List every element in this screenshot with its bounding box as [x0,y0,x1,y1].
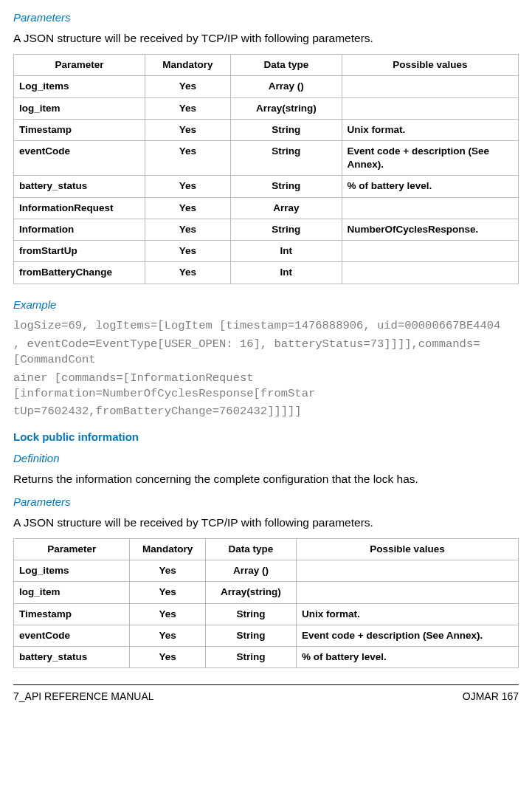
example-line: tUp=7602432,fromBatteryChange=7602432]]]… [13,404,519,419]
cell-param: Timestamp [14,119,145,140]
table-row: eventCodeYesStringEvent code + descripti… [14,625,519,646]
th-mandatory: Mandatory [145,55,230,76]
cell-possible: Event code + description (See Annex). [297,625,519,646]
cell-mandatory: Yes [130,560,206,582]
th-parameter: Parameter [14,538,130,560]
table-header-row: Parameter Mandatory Data type Possible v… [14,55,519,76]
cell-mandatory: Yes [145,76,230,97]
definition-heading: Definition [13,451,519,466]
cell-param: log_item [14,582,130,603]
cell-datatype: Int [231,241,342,262]
example-line: ainer [commands=[InformationRequest [inf… [13,371,519,402]
cell-mandatory: Yes [145,197,230,219]
page-footer: 7_API REFERENCE MANUAL OJMAR 167 [13,684,519,704]
th-datatype: Data type [231,55,342,76]
table-row: battery_statusYesString% of battery leve… [14,176,519,197]
th-possible: Possible values [297,538,519,560]
cell-param: Log_items [14,560,130,582]
table-row: fromBatteryChangeYesInt [14,262,519,284]
table-row: TimestampYesStringUnix format. [14,603,519,625]
cell-possible [342,197,518,219]
cell-possible [342,262,518,284]
cell-possible: NumberOfCyclesResponse. [342,219,518,240]
cell-param: Timestamp [14,603,130,625]
cell-datatype: Int [231,262,342,284]
table-row: Log_itemsYesArray () [14,76,519,97]
cell-possible [342,97,518,119]
table-row: InformationRequestYesArray [14,197,519,219]
table-row: log_itemYesArray(string) [14,97,519,119]
cell-datatype: Array () [205,560,296,582]
table-row: fromStartUpYesInt [14,241,519,262]
cell-datatype: String [205,603,296,625]
cell-param: Information [14,219,145,240]
cell-mandatory: Yes [130,582,206,603]
cell-datatype: String [231,219,342,240]
cell-possible [297,582,519,603]
cell-datatype: String [231,176,342,197]
cell-param: fromStartUp [14,241,145,262]
parameters-table-1: Parameter Mandatory Data type Possible v… [13,54,519,284]
footer-right: OJMAR 167 [463,690,519,704]
cell-param: fromBatteryChange [14,262,145,284]
cell-datatype: Array [231,197,342,219]
table-row: log_itemYesArray(string) [14,582,519,603]
cell-mandatory: Yes [145,262,230,284]
table-row: TimestampYesStringUnix format. [14,119,519,140]
parameters-intro-1: A JSON structure will be received by TCP… [13,31,519,47]
cell-param: Log_items [14,76,145,97]
definition-text: Returns the information concerning the c… [13,472,519,487]
cell-possible [342,241,518,262]
cell-param: InformationRequest [14,197,145,219]
cell-param: eventCode [14,625,130,646]
table-row: Log_itemsYesArray () [14,560,519,582]
cell-mandatory: Yes [145,119,230,140]
table-row: battery_statusYesString% of battery leve… [14,647,519,668]
cell-param: eventCode [14,141,145,176]
parameters-heading-1: Parameters [13,10,519,25]
lock-public-info-heading: Lock public information [13,430,519,444]
cell-datatype: String [205,647,296,668]
cell-mandatory: Yes [145,219,230,240]
th-mandatory: Mandatory [130,538,206,560]
cell-possible: % of battery level. [342,176,518,197]
footer-left: 7_API REFERENCE MANUAL [13,690,154,704]
example-heading: Example [13,298,519,312]
th-datatype: Data type [205,538,296,560]
cell-possible [297,560,519,582]
example-line: , eventCode=EventType[USER_OPEN: 16], ba… [13,337,519,368]
table-header-row: Parameter Mandatory Data type Possible v… [14,538,519,560]
cell-mandatory: Yes [145,141,230,176]
cell-mandatory: Yes [130,647,206,668]
cell-param: battery_status [14,647,130,668]
cell-mandatory: Yes [130,625,206,646]
th-parameter: Parameter [14,55,145,76]
th-possible: Possible values [342,55,518,76]
cell-possible [342,76,518,97]
parameters-intro-2: A JSON structure will be received by TCP… [13,515,519,531]
cell-possible: Event code + description (See Annex). [342,141,518,176]
cell-mandatory: Yes [145,241,230,262]
cell-datatype: Array(string) [205,582,296,603]
cell-datatype: Array(string) [231,97,342,119]
cell-mandatory: Yes [130,603,206,625]
table-row: InformationYesStringNumberOfCyclesRespon… [14,219,519,240]
cell-mandatory: Yes [145,176,230,197]
cell-datatype: Array () [231,76,342,97]
cell-param: log_item [14,97,145,119]
cell-possible: Unix format. [297,603,519,625]
table-row: eventCodeYesStringEvent code + descripti… [14,141,519,176]
cell-datatype: String [231,141,342,176]
parameters-table-2: Parameter Mandatory Data type Possible v… [13,538,519,668]
cell-datatype: String [231,119,342,140]
cell-datatype: String [205,625,296,646]
parameters-heading-2: Parameters [13,495,519,509]
example-line: logSize=69, logItems=[LogItem [timestamp… [13,318,519,334]
cell-param: battery_status [14,176,145,197]
cell-possible: Unix format. [342,119,518,140]
cell-mandatory: Yes [145,97,230,119]
cell-possible: % of battery level. [297,647,519,668]
